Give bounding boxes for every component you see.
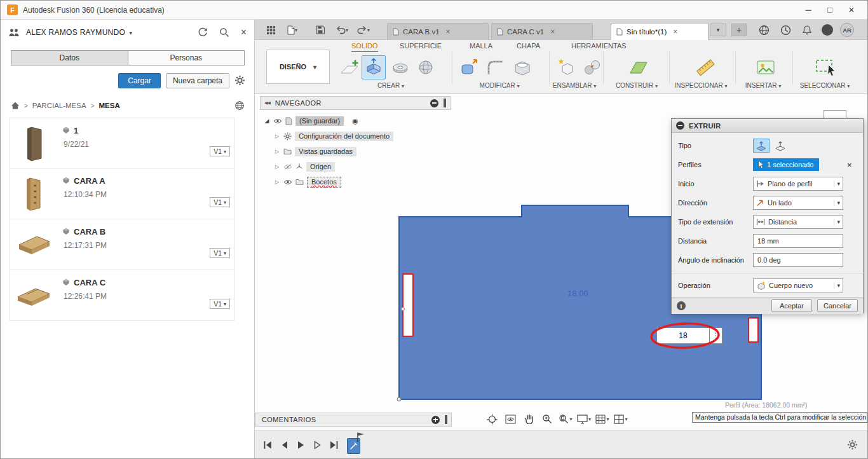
- active-component-radio-icon[interactable]: ◉: [352, 117, 358, 125]
- ribbon-tab-malla[interactable]: MALLA: [470, 42, 492, 51]
- web-link-icon[interactable]: [234, 100, 245, 111]
- cancel-button[interactable]: Cancelar: [817, 299, 858, 312]
- operation-select[interactable]: Cuerpo nuevo ▾: [753, 278, 843, 292]
- list-item[interactable]: CARA B 12:17:31 PM V1▾: [10, 219, 234, 270]
- version-selector[interactable]: V1▾: [210, 146, 230, 156]
- dimension-input[interactable]: [656, 327, 710, 344]
- maximize-button[interactable]: □: [819, 1, 841, 19]
- list-item[interactable]: CARA C 12:26:41 PM V1▾: [10, 270, 234, 321]
- tree-item-label[interactable]: Configuración del documento: [295, 132, 393, 141]
- tree-row-origin[interactable]: ▷ Origen: [274, 160, 335, 173]
- ribbon-tab-chapa[interactable]: CHAPA: [517, 42, 540, 51]
- info-icon[interactable]: i: [677, 301, 686, 310]
- viewports-icon[interactable]: ▾: [613, 412, 629, 426]
- joint-icon[interactable]: [580, 55, 604, 79]
- extrude-icon[interactable]: [362, 55, 386, 79]
- insert-image-icon[interactable]: [754, 55, 778, 79]
- start-select[interactable]: Plano de perfil ▾: [753, 177, 843, 191]
- group-label-crear[interactable]: CREAR ▾: [353, 82, 429, 89]
- upload-button[interactable]: Cargar: [118, 73, 161, 88]
- tree-item-label[interactable]: Vistas guardadas: [295, 147, 356, 156]
- direction-select[interactable]: Un lado ▾: [753, 196, 843, 210]
- create-sketch-icon[interactable]: [337, 55, 362, 79]
- timeline-step-back-button[interactable]: [278, 439, 290, 451]
- file-menu-chevron-icon[interactable]: ▾: [293, 24, 299, 36]
- extrude-type-thin-button[interactable]: [772, 139, 789, 153]
- collapse-panel-icon[interactable]: ◀◀: [264, 100, 270, 106]
- save-icon[interactable]: [313, 24, 327, 36]
- tree-item-label[interactable]: Origen: [306, 162, 335, 172]
- eye-visible-icon[interactable]: [283, 179, 292, 185]
- dimension-options-kebab-icon[interactable]: ⋮: [710, 327, 722, 344]
- panel-grip[interactable]: [445, 415, 447, 424]
- grid-snaps-icon[interactable]: ▾: [594, 412, 611, 426]
- tree-row-named-views[interactable]: ▷ Vistas guardadas: [274, 145, 356, 158]
- extrude-type-solid-button[interactable]: [753, 139, 770, 153]
- fillet-icon[interactable]: [484, 55, 508, 79]
- timeline-play-button[interactable]: [294, 439, 307, 451]
- tab-list-chevron[interactable]: ▾: [710, 24, 726, 36]
- document-tab-active[interactable]: Sin título*(1) ×: [611, 23, 709, 40]
- revolve-icon[interactable]: [388, 55, 412, 79]
- orbit-icon[interactable]: [484, 412, 500, 426]
- tree-collapsed-icon[interactable]: ▷: [274, 134, 280, 139]
- tab-datos[interactable]: Datos: [11, 50, 128, 65]
- close-window-button[interactable]: ×: [841, 1, 862, 19]
- extrude-dialog-header[interactable]: EXTRUIR: [672, 119, 863, 133]
- look-at-icon[interactable]: [502, 412, 519, 426]
- tree-collapsed-icon[interactable]: ▷: [274, 164, 280, 170]
- root-document-label[interactable]: (Sin guardar): [295, 116, 344, 126]
- tree-expanded-icon[interactable]: ◢: [264, 118, 270, 124]
- notifications-bell-icon[interactable]: [800, 24, 814, 36]
- breadcrumb-folder[interactable]: MESA: [98, 102, 119, 109]
- home-icon[interactable]: [11, 102, 20, 109]
- display-settings-icon[interactable]: ▾: [576, 412, 592, 426]
- zoom-icon[interactable]: [539, 412, 555, 426]
- panel-grip[interactable]: [444, 99, 446, 107]
- press-pull-icon[interactable]: [457, 55, 481, 79]
- close-tab-icon[interactable]: ×: [673, 27, 677, 36]
- ok-button[interactable]: Aceptar: [771, 299, 812, 312]
- refresh-icon[interactable]: [198, 27, 208, 38]
- account-chevron-icon[interactable]: ▾: [129, 29, 132, 36]
- redo-chevron-icon[interactable]: ▾: [365, 24, 372, 36]
- ribbon-tab-solido[interactable]: SOLIDO: [351, 42, 378, 52]
- profiles-selected-chip[interactable]: 1 seleccionado: [753, 158, 819, 171]
- clear-selection-icon[interactable]: ×: [847, 160, 852, 170]
- new-tab-button[interactable]: +: [731, 24, 747, 36]
- dialog-collapse-icon[interactable]: [676, 121, 684, 130]
- eye-hidden-icon[interactable]: [283, 164, 292, 170]
- tree-row-sketches[interactable]: ▷ Bocetos: [274, 175, 341, 188]
- panel-minus-icon[interactable]: [430, 99, 438, 107]
- ribbon-tab-herramientas[interactable]: HERRAMIENTAS: [571, 42, 627, 51]
- eye-visible-icon[interactable]: [273, 118, 282, 124]
- new-component-icon[interactable]: [555, 55, 579, 79]
- search-icon[interactable]: [219, 27, 229, 38]
- settings-gear-icon[interactable]: [234, 75, 245, 86]
- breadcrumb-project[interactable]: PARCIAL-MESA: [32, 102, 86, 109]
- distance-input[interactable]: 18 mm: [753, 234, 843, 248]
- account-name[interactable]: ALEX RAMOS RAYMUNDO: [26, 28, 125, 37]
- tree-root-row[interactable]: ◢ (Sin guardar) ◉: [264, 114, 358, 127]
- taper-angle-input[interactable]: 0.0 deg: [753, 253, 843, 267]
- browser-globe-icon[interactable]: [757, 24, 771, 36]
- avatar[interactable]: AR: [839, 24, 855, 36]
- timeline-settings-gear-icon[interactable]: [846, 439, 858, 450]
- version-selector[interactable]: V1▾: [210, 248, 230, 258]
- minimize-button[interactable]: ─: [797, 1, 819, 19]
- tree-collapsed-icon[interactable]: ▷: [274, 149, 280, 154]
- pan-hand-icon[interactable]: [520, 412, 537, 426]
- job-status-clock-icon[interactable]: [778, 24, 792, 36]
- ribbon-tab-superficie[interactable]: SUPERFICIE: [400, 42, 442, 51]
- help-icon[interactable]: [820, 24, 834, 36]
- app-grid-icon[interactable]: [264, 24, 278, 36]
- shell-icon[interactable]: [510, 55, 534, 79]
- close-tab-icon[interactable]: ×: [446, 27, 451, 36]
- document-tab[interactable]: CARA B v1 ×: [387, 23, 489, 40]
- group-label-seleccionar[interactable]: SELECCIONAR ▾: [787, 82, 863, 89]
- comments-expand-icon[interactable]: [431, 416, 440, 424]
- version-selector[interactable]: V1▾: [210, 299, 230, 309]
- undo-chevron-icon[interactable]: ▾: [344, 24, 350, 36]
- timeline-go-end-button[interactable]: [327, 439, 340, 451]
- new-folder-button[interactable]: Nueva carpeta: [166, 73, 229, 88]
